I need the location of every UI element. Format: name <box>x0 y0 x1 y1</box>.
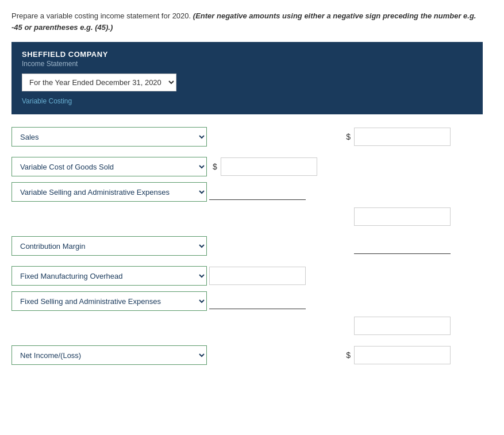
net-income-input[interactable] <box>354 346 451 364</box>
instructions: Prepare a variable costing income statem… <box>11 10 483 33</box>
company-name: SHEFFIELD COMPANY <box>22 50 472 59</box>
var-subtotal-input[interactable] <box>354 207 451 226</box>
var-sae-row: Variable Selling and Administrative Expe… <box>11 182 483 202</box>
sales-select[interactable]: Sales <box>11 127 207 147</box>
net-income-right-col: $ <box>336 346 451 364</box>
contribution-label-col: Contribution Margin <box>11 236 209 256</box>
sales-row: Sales $ <box>11 127 483 147</box>
variable-costing-label: Variable Costing <box>22 97 472 105</box>
var-sae-input[interactable] <box>209 184 306 200</box>
fixed-mfg-input[interactable] <box>209 267 306 285</box>
sales-dollar: $ <box>346 132 351 141</box>
var-cogs-row: Variable Cost of Goods Sold $ <box>11 157 483 176</box>
fixed-sae-label-col: Fixed Selling and Administrative Expense… <box>11 291 209 311</box>
var-sae-select[interactable]: Variable Selling and Administrative Expe… <box>11 182 207 202</box>
instruction-main: Prepare a variable costing income statem… <box>11 11 191 20</box>
contribution-right-col <box>336 238 451 254</box>
net-income-dollar: $ <box>346 351 351 360</box>
sales-right-col: $ <box>336 128 451 146</box>
contribution-row: Contribution Margin <box>11 236 483 256</box>
var-subtotal-right <box>336 207 451 226</box>
fixed-mfg-label-col: Fixed Manufacturing Overhead <box>11 266 209 286</box>
fixed-sae-mid-col <box>209 293 336 309</box>
contribution-input[interactable] <box>354 238 451 254</box>
fixed-mfg-mid-col <box>209 267 336 285</box>
var-cogs-select[interactable]: Variable Cost of Goods Sold <box>11 157 207 176</box>
var-cogs-mid-col: $ <box>209 157 336 176</box>
sales-input[interactable] <box>354 128 451 146</box>
fixed-mfg-row: Fixed Manufacturing Overhead <box>11 266 483 286</box>
net-income-select[interactable]: Net Income/(Loss) <box>11 345 207 365</box>
var-cogs-input[interactable] <box>221 157 317 176</box>
var-sae-label-col: Variable Selling and Administrative Expe… <box>11 182 209 202</box>
fixed-sae-input[interactable] <box>209 293 306 309</box>
fixed-subtotal-input[interactable] <box>354 317 451 335</box>
contribution-select[interactable]: Contribution Margin <box>11 236 207 256</box>
year-select-wrapper[interactable]: For the Year Ended December 31, 2020 For… <box>22 74 176 91</box>
net-income-row: Net Income/(Loss) $ <box>11 345 483 365</box>
fixed-subtotal-right <box>336 317 451 335</box>
year-select[interactable]: For the Year Ended December 31, 2020 For… <box>22 74 176 91</box>
var-subtotal-row <box>11 207 483 226</box>
header-box: SHEFFIELD COMPANY Income Statement For t… <box>11 42 483 114</box>
fixed-sae-row: Fixed Selling and Administrative Expense… <box>11 291 483 311</box>
var-cogs-label-col: Variable Cost of Goods Sold <box>11 157 209 176</box>
fixed-mfg-select[interactable]: Fixed Manufacturing Overhead <box>11 266 207 286</box>
sales-label-col: Sales <box>11 127 209 147</box>
fixed-subtotal-row <box>11 317 483 335</box>
var-sae-mid-col <box>209 184 336 200</box>
var-cogs-dollar: $ <box>213 162 217 171</box>
income-statement-label: Income Statement <box>22 60 472 68</box>
net-income-label-col: Net Income/(Loss) <box>11 345 209 365</box>
form-area: Sales $ Variable Cost of Goods Sold $ Va… <box>11 127 483 365</box>
fixed-sae-select[interactable]: Fixed Selling and Administrative Expense… <box>11 291 207 311</box>
